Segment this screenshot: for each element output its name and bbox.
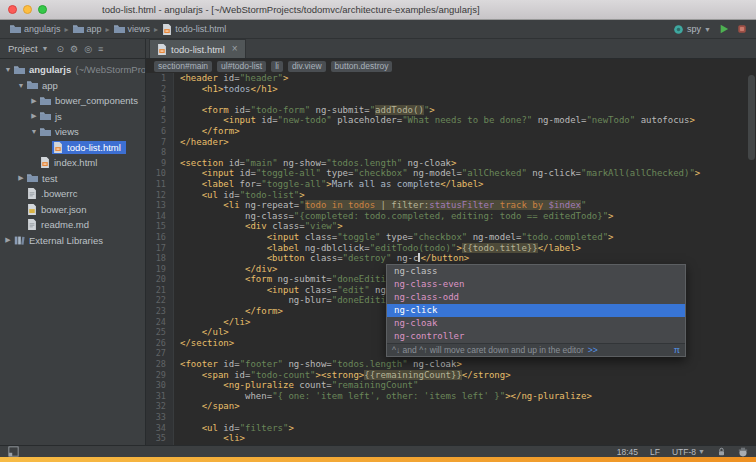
tree-item-index-html[interactable]: index.html: [0, 155, 145, 171]
close-window-button[interactable]: [8, 5, 17, 14]
code-line[interactable]: 4 <form id="todo-form" ng-submit="addTod…: [146, 105, 756, 116]
navbar-crumb-app[interactable]: app: [70, 23, 105, 35]
project-panel-header: Project ▼ ⊙⚙◎≡: [0, 39, 146, 58]
code-line[interactable]: 18 <button class="destroy" ng-c</button>: [146, 253, 756, 264]
code-line[interactable]: 33: [146, 412, 756, 423]
chevron-down-icon[interactable]: ▼: [29, 128, 39, 135]
tree-item-angularjs[interactable]: ▼angularjs (~/WebStormProjects): [0, 62, 145, 78]
code-line[interactable]: 15 <div class="view">: [146, 221, 756, 232]
code-line[interactable]: 32 </span>: [146, 401, 756, 412]
breadcrumb-chip-button-destroy[interactable]: button.destroy: [331, 61, 393, 72]
code-line[interactable]: 30 <ng-pluralize count="remainingCount": [146, 380, 756, 391]
html-icon: [40, 157, 50, 168]
navbar-crumb-label: todo-list.html: [175, 24, 226, 34]
completion-item-ng-click[interactable]: ng-click: [387, 304, 685, 317]
project-panel-title[interactable]: Project: [8, 43, 38, 54]
code-line[interactable]: 14 ng-class="{completed: todo.completed,…: [146, 211, 756, 222]
settings-icon[interactable]: ⚙: [70, 40, 78, 58]
completion-item-ng-cloak[interactable]: ng-cloak: [387, 317, 685, 330]
line-number: 25: [146, 327, 174, 338]
code-line[interactable]: 17 <label ng-dblclick="editTodo(todo)">{…: [146, 243, 756, 254]
code-line[interactable]: 34 <ul id="filters">: [146, 423, 756, 434]
breadcrumb-chip-section-main[interactable]: section#main: [154, 61, 212, 72]
code-line[interactable]: 3: [146, 94, 756, 105]
code-line[interactable]: 35 <li>: [146, 433, 756, 444]
code-line[interactable]: 5 <input id="new-todo" placeholder="What…: [146, 115, 756, 126]
code-line[interactable]: 7</header>: [146, 137, 756, 148]
navbar-crumb-views[interactable]: views: [111, 23, 154, 35]
completion-item-ng-controller[interactable]: ng-controller: [387, 330, 685, 343]
collapse-all-icon[interactable]: ≡: [98, 40, 103, 58]
minimize-window-button[interactable]: [23, 5, 32, 14]
chevron-right-icon[interactable]: ▶: [29, 112, 39, 120]
code-line[interactable]: 16 <input class="toggle" type="checkbox"…: [146, 232, 756, 243]
chevron-down-icon[interactable]: ▼: [42, 45, 49, 52]
caret-position-widget[interactable]: 18:45: [617, 447, 638, 457]
close-tab-icon[interactable]: ×: [232, 44, 238, 54]
chevron-right-icon[interactable]: ▶: [29, 97, 39, 105]
chevron-down-icon[interactable]: ▼: [3, 66, 13, 73]
tree-item-bowerrc[interactable]: .bowerrc: [0, 186, 145, 202]
tree-item-path: (~/WebStormProjects): [75, 64, 145, 75]
line-number: 9: [146, 158, 174, 169]
code-area[interactable]: 1<header id="header">2 <h1>todos</h1>34 …: [146, 73, 756, 445]
chevron-down-icon[interactable]: ▼: [16, 82, 26, 89]
run-button[interactable]: [719, 24, 729, 34]
chevron-right-icon[interactable]: ▶: [16, 174, 26, 182]
code-line[interactable]: 1<header id="header">: [146, 73, 756, 84]
line-number: 35: [146, 433, 174, 444]
code-line[interactable]: 9<section id="main" ng-show="todos.lengt…: [146, 158, 756, 169]
tree-item-external-libraries[interactable]: ▶External Libraries: [0, 233, 145, 249]
code-line[interactable]: 29 <span id="todo-count"><strong>{{remai…: [146, 370, 756, 381]
debug-button[interactable]: [737, 24, 747, 34]
locate-icon[interactable]: ⊙: [57, 40, 65, 58]
toolwindow-toggle-icon[interactable]: [8, 446, 19, 457]
completion-item-ng-class-even[interactable]: ng-class-even: [387, 278, 685, 291]
code-line[interactable]: 11 <label for="toggle-all">Mark all as c…: [146, 179, 756, 190]
encoding-widget[interactable]: UTF-8 ▼: [672, 447, 705, 457]
code-line[interactable]: 13 <li ng-repeat="todo in todos | filter…: [146, 200, 756, 211]
zoom-window-button[interactable]: [38, 5, 47, 14]
tree-item-app[interactable]: ▼app: [0, 78, 145, 94]
breadcrumb-chip-div-view[interactable]: div.view: [288, 61, 326, 72]
navbar-crumb-angularjs[interactable]: angularjs: [7, 23, 64, 35]
tree-item-bower-components[interactable]: ▶bower_components: [0, 93, 145, 109]
tree-item-todo-list-html[interactable]: todo-list.html: [0, 140, 145, 156]
tree-item-views[interactable]: ▼views: [0, 124, 145, 140]
code-line[interactable]: 28<footer id="footer" ng-show="todos.len…: [146, 359, 756, 370]
tree-item-test[interactable]: ▶test: [0, 171, 145, 187]
breadcrumb-chip-li[interactable]: li: [271, 61, 283, 72]
editor-tab-todo-list[interactable]: todo-list.html ×: [149, 39, 246, 58]
run-configuration-selector[interactable]: spy ▼: [673, 24, 711, 35]
breadcrumb-chip-ul-todo-list[interactable]: ul#todo-list: [217, 61, 266, 72]
line-number: 31: [146, 391, 174, 402]
scroll-to-source-icon[interactable]: ◎: [84, 40, 92, 58]
line-number: 27: [146, 348, 174, 359]
code-line[interactable]: 12 <ul id="todo-list">: [146, 190, 756, 201]
code-line[interactable]: 36 <a ng-class="{selected: status == ''}…: [146, 444, 756, 445]
tree-item-readme-md[interactable]: readme.md: [0, 217, 145, 233]
tree-item-js[interactable]: ▶js: [0, 109, 145, 125]
editor-scrollbar[interactable]: [748, 75, 755, 160]
lock-icon[interactable]: [717, 447, 726, 457]
completion-pin-icon[interactable]: π: [674, 345, 680, 355]
code-line[interactable]: 8: [146, 147, 756, 158]
code-line[interactable]: 2 <h1>todos</h1>: [146, 84, 756, 95]
line-separator-widget[interactable]: LF: [650, 447, 660, 457]
tree-item-bower-json[interactable]: bower.json: [0, 202, 145, 218]
completion-item-ng-class[interactable]: ng-class: [387, 265, 685, 278]
line-number: 30: [146, 380, 174, 391]
hector-inspections-icon[interactable]: [738, 447, 748, 457]
editor-area[interactable]: section#mainul#todo-listlidiv.viewbutton…: [146, 59, 756, 445]
navigation-bar: angularjs▸app▸views▸todo-list.html spy ▼: [0, 20, 756, 39]
line-number: 13: [146, 200, 174, 211]
completion-list: ng-classng-class-evenng-class-oddng-clic…: [387, 265, 685, 343]
chevron-right-icon[interactable]: ▶: [3, 236, 13, 244]
completion-hint-link[interactable]: >>: [588, 345, 598, 355]
code-line[interactable]: 31 when="{ one: 'item left', other: 'ite…: [146, 391, 756, 402]
navbar-crumb-todo-list-html[interactable]: todo-list.html: [159, 23, 229, 36]
line-number: 10: [146, 168, 174, 179]
completion-item-ng-class-odd[interactable]: ng-class-odd: [387, 291, 685, 304]
code-line[interactable]: 10 <input id="toggle-all" type="checkbox…: [146, 168, 756, 179]
code-line[interactable]: 6 </form>: [146, 126, 756, 137]
